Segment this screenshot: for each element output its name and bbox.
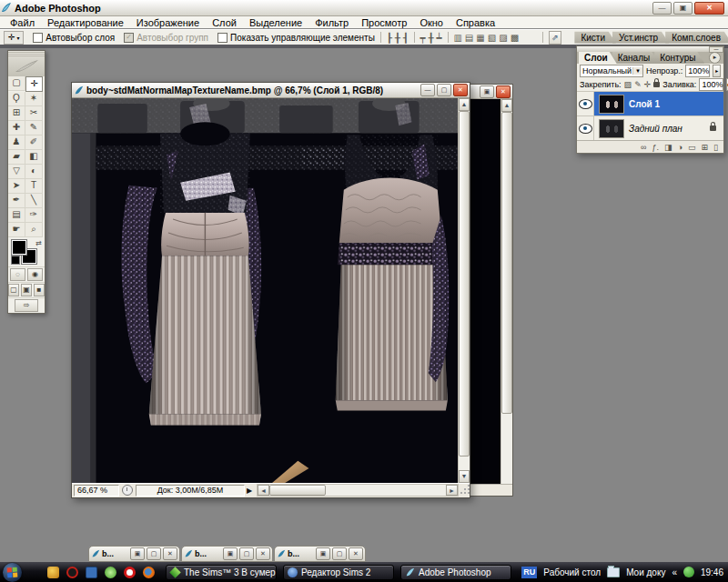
status-menu-icon[interactable]: ▶ (247, 487, 255, 495)
link-layers-icon[interactable]: ∞ (641, 143, 646, 152)
default-colors-icon[interactable] (11, 256, 20, 265)
scroll-thumb[interactable] (459, 111, 470, 457)
opera-icon[interactable] (124, 567, 136, 578)
shield-icon[interactable] (47, 567, 59, 578)
history-brush-tool-icon[interactable]: ✐ (25, 135, 43, 150)
eyedropper-tool-icon[interactable]: ✑ (25, 208, 43, 223)
lock-transparency-icon[interactable]: ▨ (624, 80, 632, 89)
shape-tool-icon[interactable]: ╲ (25, 194, 43, 208)
scroll-thumb[interactable] (501, 112, 512, 414)
layer-group-icon[interactable]: ▭ (688, 143, 696, 152)
magic-wand-tool-icon[interactable]: ✶ (25, 92, 43, 106)
minimize-button[interactable]: — (652, 2, 672, 15)
screen-mode-standard-icon[interactable]: ▢ (8, 284, 19, 296)
maximize-button[interactable]: ▣ (480, 85, 494, 98)
delete-layer-icon[interactable]: ▯ (713, 143, 718, 152)
align-middle-icon[interactable]: ╂ (429, 33, 434, 43)
menu-layer[interactable]: Слой (206, 17, 243, 28)
close-icon[interactable]: ✕ (256, 547, 270, 560)
align-right-icon[interactable]: ┨ (403, 33, 409, 43)
distribute-icon[interactable]: ▤ (465, 33, 473, 43)
maximize-button[interactable]: ▢ (147, 547, 161, 560)
chevron-left-icon[interactable]: « (672, 567, 677, 577)
restore-button[interactable]: ▣ (223, 547, 238, 560)
distribute-icon[interactable]: ▦ (476, 33, 484, 43)
scroll-left-icon[interactable]: ◄ (258, 485, 269, 496)
zoom-level-field[interactable]: 66,67 % (74, 485, 119, 497)
restore-button[interactable]: ▣ (316, 547, 330, 560)
imageready-icon[interactable]: ⇨ (15, 299, 38, 312)
desktop-toolbar[interactable]: Рабочий стол (543, 567, 601, 577)
distribute-icon[interactable]: ▩ (511, 33, 519, 43)
lock-all-icon[interactable] (653, 82, 660, 87)
resize-grip[interactable] (459, 485, 470, 496)
lock-position-icon[interactable]: ✛ (644, 80, 652, 89)
lasso-tool-icon[interactable]: Ϙ (8, 92, 25, 106)
distribute-icon[interactable]: ▨ (499, 33, 507, 43)
background-document-window[interactable]: ▣ ✕ ▲ (466, 84, 513, 497)
layer-name[interactable]: Слой 1 (629, 99, 660, 109)
taskbar-button-sims3[interactable]: The Sims™ 3 В сумер... (166, 565, 277, 580)
taskbar-button-photoshop[interactable]: Adobe Photoshop (400, 565, 511, 580)
menu-filter[interactable]: Фильтр (308, 17, 355, 28)
background-document-titlebar[interactable]: ▣ ✕ (467, 85, 512, 99)
menu-edit[interactable]: Редактирование (41, 17, 130, 28)
zoom-tool-icon[interactable]: ⌕ (25, 223, 43, 237)
close-icon[interactable]: ✕ (349, 547, 363, 560)
document-titlebar[interactable]: body~stdMatNormalMapTextureName.bmp @ 66… (72, 83, 470, 98)
maximize-button[interactable]: ▢ (239, 547, 254, 560)
close-button[interactable]: ✕ (694, 2, 724, 15)
app-titlebar[interactable]: Adobe Photoshop — ▣ ✕ (0, 0, 728, 16)
flower-icon[interactable] (105, 567, 116, 578)
visibility-cell[interactable] (577, 92, 594, 115)
menu-view[interactable]: Просмотр (355, 17, 413, 28)
language-indicator[interactable]: RU (521, 567, 537, 578)
minimized-document-1[interactable]: b... ▣ ▢ ✕ (88, 546, 180, 562)
opacity-value[interactable]: 100% (685, 65, 710, 77)
tab-brushes[interactable]: Кисти (574, 31, 616, 44)
restore-button[interactable]: ▣ (130, 547, 145, 560)
gradient-tool-icon[interactable]: ◧ (25, 150, 43, 165)
blur-tool-icon[interactable]: ▽ (8, 165, 25, 179)
maximize-button[interactable]: ▢ (437, 84, 451, 96)
scrollbar-vertical[interactable]: ▲ ▼ (458, 98, 470, 483)
maximize-button[interactable]: ▢ (332, 547, 347, 560)
layer-style-icon[interactable]: ƒ. (652, 143, 660, 152)
antivirus-tray-icon[interactable] (683, 567, 694, 577)
panel-menu-icon[interactable]: ▸ (709, 52, 721, 64)
document-window[interactable]: body~stdMatNormalMapTextureName.bmp @ 66… (71, 82, 470, 498)
new-layer-icon[interactable]: ⊞ (702, 143, 709, 152)
restore-button[interactable]: ▣ (673, 2, 693, 15)
align-center-icon[interactable]: ╂ (395, 33, 400, 43)
tab-layer-comps[interactable]: Комп.слоев (665, 31, 728, 44)
distribute-icon[interactable]: ▧ (488, 33, 496, 43)
layer-name[interactable]: Задний план (629, 124, 682, 134)
menu-image[interactable]: Изображение (130, 17, 206, 28)
marquee-tool-icon[interactable]: ▢ (8, 76, 25, 91)
slice-tool-icon[interactable]: ✂ (25, 106, 43, 121)
close-icon[interactable]: ✕ (496, 85, 511, 98)
scroll-down-icon[interactable]: ▼ (459, 470, 470, 483)
swirl-app-icon[interactable] (66, 567, 78, 578)
tab-tool-presets[interactable]: Уст.инстр (612, 31, 669, 44)
hand-tool-icon[interactable]: ☛ (8, 223, 25, 237)
scroll-thumb[interactable] (269, 485, 326, 496)
start-button[interactable] (3, 563, 22, 582)
layer-row-background[interactable]: Задний план (577, 115, 723, 140)
scrollbar-horizontal[interactable]: ◄ ► (257, 484, 459, 497)
scroll-up-icon[interactable]: ▲ (501, 99, 512, 112)
screen-mode-full-icon[interactable]: ■ (34, 284, 45, 296)
canvas[interactable] (72, 98, 458, 483)
healing-brush-tool-icon[interactable]: ✚ (8, 121, 25, 135)
distribute-icon[interactable]: ▥ (453, 33, 461, 43)
documents-toolbar[interactable]: Мои доку (626, 567, 665, 577)
layer-thumbnail[interactable] (599, 95, 624, 114)
tab-paths[interactable]: Контуры (654, 52, 704, 64)
eraser-tool-icon[interactable]: ▰ (8, 150, 25, 165)
notes-tool-icon[interactable]: ▤ (8, 208, 25, 223)
align-bottom-icon[interactable]: ┷ (437, 33, 442, 43)
blend-mode-select[interactable]: Нормальный ▾ (580, 65, 643, 77)
bridge-icon[interactable]: ⇗ (549, 31, 562, 45)
layer-mask-icon[interactable]: ◨ (664, 143, 672, 152)
scroll-up-icon[interactable]: ▲ (459, 98, 470, 111)
